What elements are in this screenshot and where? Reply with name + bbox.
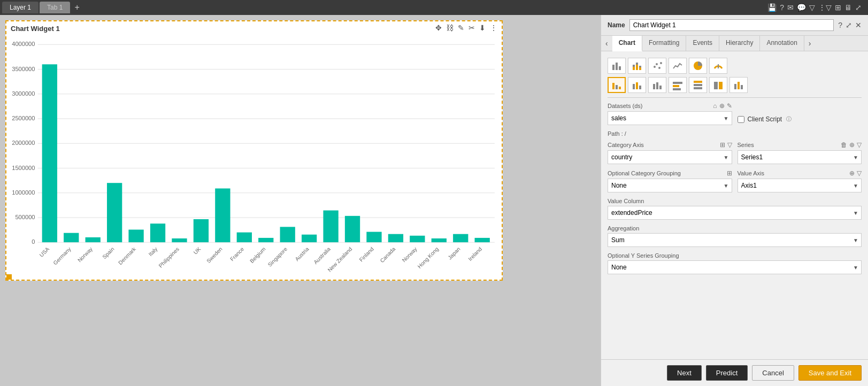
chart-type-stacked[interactable] bbox=[628, 58, 646, 74]
cancel-button[interactable]: Cancel bbox=[752, 365, 794, 381]
category-group-icon[interactable]: ⊞ bbox=[720, 141, 725, 149]
optional-y-select[interactable]: None bbox=[608, 260, 862, 274]
category-axis-label-row: Category Axis ⊞ ▽ bbox=[608, 141, 732, 149]
svg-text:Ireland: Ireland bbox=[467, 246, 483, 262]
tab-events[interactable]: Events bbox=[686, 36, 719, 51]
svg-text:Canada: Canada bbox=[379, 246, 397, 264]
tab-chart[interactable]: Chart bbox=[612, 36, 642, 51]
resize-handle[interactable] bbox=[6, 274, 12, 280]
top-icon-grid[interactable]: ⊞ bbox=[835, 3, 841, 12]
value-column-select-wrapper: extendedPrice ▼ bbox=[608, 206, 862, 220]
panel-tab-prev[interactable]: ‹ bbox=[601, 36, 612, 51]
value-axis-add-icon[interactable]: ⊕ bbox=[849, 169, 855, 177]
opt-grouping-icon[interactable]: ⊞ bbox=[727, 169, 732, 177]
chart-subtype-bar-selected[interactable] bbox=[608, 77, 626, 93]
predict-button[interactable]: Predict bbox=[706, 365, 748, 381]
chart-subtype-bar3[interactable] bbox=[648, 77, 666, 93]
chart-subtype-bar5[interactable] bbox=[689, 77, 707, 93]
svg-point-71 bbox=[658, 67, 660, 69]
svg-rect-76 bbox=[616, 85, 618, 89]
svg-rect-62 bbox=[619, 66, 621, 70]
add-tab-button[interactable]: + bbox=[71, 3, 82, 12]
datasets-home-icon[interactable]: ⌂ bbox=[713, 102, 717, 110]
series-icons: 🗑 ⊕ ▽ bbox=[841, 141, 862, 149]
optional-grouping-select[interactable]: None bbox=[608, 179, 732, 192]
top-icon-expand[interactable]: ⤢ bbox=[855, 3, 862, 12]
tab-hierarchy[interactable]: Hierarchy bbox=[719, 36, 760, 51]
top-toolbar: 💾 ? ✉ 💬 ▽ ⋮▽ ⊞ 🖥 ⤢ bbox=[767, 3, 866, 12]
top-icon-save[interactable]: 💾 bbox=[767, 3, 777, 12]
svg-rect-28 bbox=[258, 238, 273, 242]
datasets-label: Datasets (ds) ⌂ ⊕ ✎ bbox=[608, 102, 732, 110]
widget-container: Chart Widget 1 ✥ ⛓ ✎ ✂ ⬇ ⋮ 4000000 35000… bbox=[5, 20, 503, 281]
edit-icon[interactable]: ✎ bbox=[458, 24, 464, 32]
panel-tab-next[interactable]: › bbox=[804, 36, 816, 51]
chart-type-pie[interactable] bbox=[689, 58, 707, 74]
top-icon-help[interactable]: ? bbox=[780, 3, 784, 12]
datasets-edit-icon[interactable]: ✎ bbox=[727, 102, 732, 110]
panel-help-icon[interactable]: ? bbox=[838, 21, 842, 29]
svg-rect-21 bbox=[107, 183, 122, 242]
datasets-select[interactable]: sales bbox=[608, 111, 732, 125]
tab-annotation[interactable]: Annotation bbox=[760, 36, 804, 51]
chart-type-scatter[interactable] bbox=[648, 58, 666, 74]
client-script-label[interactable]: Client Script ⓘ bbox=[738, 115, 792, 123]
panel-footer: Next Predict Cancel Save and Exit bbox=[601, 359, 868, 386]
series-label-row: Series 🗑 ⊕ ▽ bbox=[738, 141, 862, 149]
top-icon-filter2[interactable]: ⋮▽ bbox=[818, 3, 832, 12]
series-filter-icon[interactable]: ▽ bbox=[857, 141, 862, 149]
opt-grouping-value-axis-row: Optional Category Grouping ⊞ None ▼ bbox=[608, 169, 862, 198]
aggregation-select[interactable]: Sum bbox=[608, 233, 862, 247]
value-column-select[interactable]: extendedPrice bbox=[608, 206, 862, 220]
save-exit-button[interactable]: Save and Exit bbox=[798, 365, 862, 381]
chart-type-line[interactable] bbox=[669, 58, 687, 74]
category-filter-icon[interactable]: ▽ bbox=[727, 141, 732, 149]
optional-y-field: Optional Y Series Grouping None ▼ bbox=[608, 252, 862, 274]
cut-icon[interactable]: ✂ bbox=[468, 24, 475, 32]
panel-close-icon[interactable]: ✕ bbox=[855, 21, 862, 29]
svg-rect-35 bbox=[410, 236, 425, 242]
series-add-icon[interactable]: ⊕ bbox=[849, 141, 855, 149]
chart-type-bar[interactable] bbox=[608, 58, 626, 74]
panel-expand-icon[interactable]: ⤢ bbox=[846, 21, 852, 29]
tab-formatting[interactable]: Formatting bbox=[642, 36, 686, 51]
svg-text:Australia: Australia bbox=[312, 246, 332, 265]
svg-text:3500000: 3500000 bbox=[12, 66, 35, 72]
client-script-info[interactable]: ⓘ bbox=[786, 115, 792, 123]
widget-name-input[interactable] bbox=[629, 19, 834, 31]
category-axis-select[interactable]: country bbox=[608, 150, 732, 164]
top-icon-mail[interactable]: ✉ bbox=[787, 3, 794, 12]
svg-text:Finland: Finland bbox=[358, 246, 375, 263]
top-icon-filter1[interactable]: ▽ bbox=[809, 3, 815, 12]
next-button[interactable]: Next bbox=[667, 365, 702, 381]
chart-subtype-bar2[interactable] bbox=[628, 77, 646, 93]
series-select[interactable]: Series1 bbox=[738, 150, 862, 164]
svg-text:4000000: 4000000 bbox=[12, 41, 35, 47]
series-delete-icon[interactable]: 🗑 bbox=[841, 141, 847, 149]
chart-type-gauge[interactable] bbox=[709, 58, 727, 74]
svg-text:0: 0 bbox=[32, 238, 35, 245]
series-select-wrapper: Series1 ▼ bbox=[738, 150, 862, 164]
top-icon-comment[interactable]: 💬 bbox=[797, 3, 806, 12]
value-axis-select[interactable]: Axis1 bbox=[738, 179, 862, 192]
tab-layer1[interactable]: Layer 1 bbox=[2, 2, 39, 13]
value-column-field: Value Column extendedPrice ▼ bbox=[608, 198, 862, 220]
value-axis-filter-icon[interactable]: ▽ bbox=[857, 169, 862, 177]
move-icon[interactable]: ✥ bbox=[435, 24, 442, 32]
more-icon[interactable]: ⋮ bbox=[490, 24, 497, 32]
svg-rect-92 bbox=[734, 84, 736, 89]
svg-rect-88 bbox=[694, 87, 702, 89]
chart-subtype-bar4[interactable] bbox=[669, 77, 687, 93]
chart-subtype-bar7[interactable] bbox=[729, 77, 748, 93]
tab-tab1[interactable]: Tab 1 bbox=[40, 2, 70, 13]
datasets-row: Datasets (ds) ⌂ ⊕ ✎ sales ▼ bbox=[608, 102, 862, 130]
link-icon[interactable]: ⛓ bbox=[446, 24, 454, 32]
client-script-checkbox[interactable] bbox=[738, 116, 744, 123]
datasets-add-icon[interactable]: ⊕ bbox=[719, 102, 725, 110]
chart-subtype-bar6[interactable] bbox=[709, 77, 727, 93]
svg-rect-36 bbox=[432, 238, 447, 242]
svg-rect-32 bbox=[345, 216, 360, 242]
top-icon-monitor[interactable]: 🖥 bbox=[844, 3, 852, 12]
svg-text:Denmark: Denmark bbox=[117, 245, 137, 266]
download-icon[interactable]: ⬇ bbox=[479, 24, 486, 32]
